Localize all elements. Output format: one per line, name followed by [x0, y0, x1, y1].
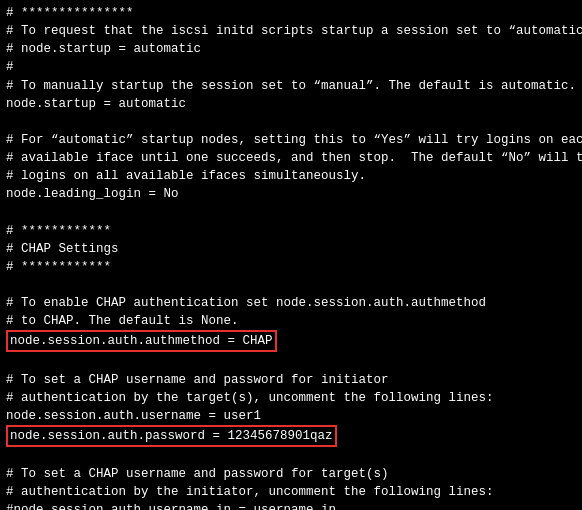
line-27: # authentication by the initiator, uncom…: [6, 483, 576, 501]
line-7: [6, 113, 576, 131]
line-18: # to CHAP. The default is None.: [6, 312, 576, 330]
line-10: # logins on all available ifaces simulta…: [6, 167, 576, 185]
terminal: # *************** # To request that the …: [0, 0, 582, 510]
line-23: node.session.auth.username = user1: [6, 407, 576, 425]
line-4: #: [6, 58, 576, 76]
line-22: # authentication by the target(s), uncom…: [6, 389, 576, 407]
line-16: [6, 276, 576, 294]
line-6: node.startup = automatic: [6, 95, 576, 113]
chap-password-highlight: node.session.auth.password = 12345678901…: [6, 425, 337, 447]
line-25: [6, 447, 576, 465]
line-1: # ***************: [6, 4, 576, 22]
line-20: [6, 352, 576, 370]
chap-authmethod-highlight: node.session.auth.authmethod = CHAP: [6, 330, 277, 352]
line-12: [6, 203, 576, 221]
line-28: #node.session.auth.username_in = usernam…: [6, 501, 576, 510]
line-3: # node.startup = automatic: [6, 40, 576, 58]
line-8: # For “automatic” startup nodes, setting…: [6, 131, 576, 149]
line-11: node.leading_login = No: [6, 185, 576, 203]
line-15: # ************: [6, 258, 576, 276]
line-5: # To manually startup the session set to…: [6, 77, 576, 95]
line-26: # To set a CHAP username and password fo…: [6, 465, 576, 483]
line-13: # ************: [6, 222, 576, 240]
line-19-highlighted: node.session.auth.authmethod = CHAP: [6, 330, 576, 352]
line-21: # To set a CHAP username and password fo…: [6, 371, 576, 389]
line-14: # CHAP Settings: [6, 240, 576, 258]
line-2: # To request that the iscsi initd script…: [6, 22, 576, 40]
line-9: # available iface until one succeeds, an…: [6, 149, 576, 167]
line-24-highlighted: node.session.auth.password = 12345678901…: [6, 425, 576, 447]
line-17: # To enable CHAP authentication set node…: [6, 294, 576, 312]
